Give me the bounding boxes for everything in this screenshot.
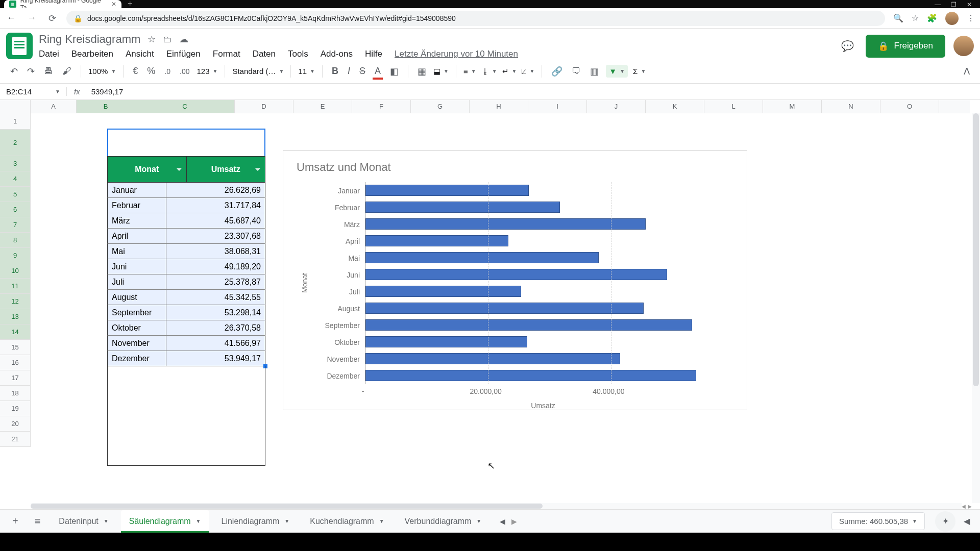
row-header[interactable]: 2 — [0, 130, 30, 156]
cells-area[interactable]: Monat ⏷ Umsatz ⏷ Januar26.628,69Februar3… — [31, 113, 980, 509]
maximize-icon[interactable]: ❐ — [951, 1, 957, 8]
vertical-scrollbar[interactable] — [972, 113, 980, 503]
cell-month[interactable]: Oktober — [108, 320, 166, 335]
menu-data[interactable]: Daten — [253, 49, 276, 59]
table-row[interactable]: Oktober26.370,58 — [107, 320, 265, 336]
column-header[interactable]: M — [763, 100, 822, 113]
column-header[interactable]: D — [235, 100, 293, 113]
cell-value[interactable]: 38.068,31 — [166, 244, 265, 259]
percent-button[interactable]: % — [145, 64, 157, 79]
column-header[interactable]: N — [822, 100, 880, 113]
row-header[interactable]: 3 — [0, 156, 30, 171]
cell-value[interactable]: 53.949,17 — [166, 351, 265, 366]
column-header[interactable]: G — [411, 100, 470, 113]
cell-month[interactable]: Februar — [108, 198, 166, 213]
row-header[interactable]: 1 — [0, 113, 30, 130]
font-size-select[interactable]: 11▼ — [298, 67, 315, 76]
table-row[interactable]: Februar31.717,84 — [107, 198, 265, 213]
cell-month[interactable]: November — [108, 336, 166, 350]
fill-color-button[interactable]: ◧ — [388, 64, 401, 79]
select-all-corner[interactable] — [0, 100, 31, 113]
cell-month[interactable]: April — [108, 229, 166, 243]
cell-month[interactable]: September — [108, 305, 166, 320]
extensions-icon[interactable]: 🧩 — [927, 13, 937, 23]
cell-value[interactable]: 23.307,68 — [166, 229, 265, 243]
chart[interactable]: Umsatz und Monat Monat JanuarFebruarMärz… — [283, 150, 747, 410]
all-sheets-button[interactable]: ≡ — [29, 512, 47, 530]
column-header[interactable]: L — [704, 100, 763, 113]
comments-button[interactable]: 💬 — [837, 36, 857, 56]
row-header[interactable]: 21 — [0, 432, 30, 447]
name-box[interactable]: B2:C14 ▼ — [0, 87, 66, 96]
aggregate-display[interactable]: Summe: 460.505,38▼ — [831, 512, 925, 530]
profile-avatar[interactable] — [945, 12, 959, 25]
row-header[interactable]: 8 — [0, 233, 30, 248]
cell-value[interactable]: 45.342,55 — [166, 290, 265, 305]
sheet-nav[interactable]: ◀▶ — [494, 517, 523, 525]
link-button[interactable]: 🔗 — [549, 64, 565, 79]
menu-edit[interactable]: Bearbeiten — [71, 49, 113, 59]
table-row[interactable]: Juni49.189,20 — [107, 259, 265, 274]
new-tab-button[interactable]: + — [121, 0, 138, 8]
back-button[interactable]: ← — [5, 13, 17, 23]
cell-value[interactable]: 26.628,69 — [166, 183, 265, 197]
row-header[interactable]: 12 — [0, 294, 30, 309]
star-doc-icon[interactable]: ☆ — [148, 34, 156, 45]
cell-value[interactable]: 49.189,20 — [166, 259, 265, 274]
browser-tab[interactable]: ▦ Ring Kreisdiagramm - Google Ta ✕ — [4, 0, 121, 8]
cell-value[interactable]: 25.378,87 — [166, 274, 265, 289]
cloud-status-icon[interactable]: ☁ — [179, 34, 188, 45]
text-color-button[interactable]: A — [373, 64, 383, 79]
header-month[interactable]: Monat ⏷ — [108, 157, 187, 182]
collapse-toolbar-icon[interactable]: ᐱ — [962, 64, 972, 79]
decrease-decimal-button[interactable]: .0 — [162, 65, 173, 78]
table-row[interactable]: Dezember53.949,17 — [107, 351, 265, 366]
cell-month[interactable]: Januar — [108, 183, 166, 197]
number-format-select[interactable]: 123▼ — [197, 67, 217, 76]
cell-month[interactable]: März — [108, 213, 166, 228]
row-header[interactable]: 10 — [0, 263, 30, 279]
share-button[interactable]: 🔒 Freigeben — [866, 35, 945, 58]
cell-month[interactable]: Mai — [108, 244, 166, 259]
table-row[interactable]: März45.687,40 — [107, 213, 265, 229]
undo-button[interactable]: ↶ — [8, 64, 20, 79]
sheet-tab-verbunddiagramm[interactable]: Verbunddiagramm▼ — [397, 512, 490, 531]
italic-button[interactable]: I — [346, 64, 352, 79]
zoom-icon[interactable]: 🔍 — [893, 13, 903, 23]
header-value[interactable]: Umsatz ⏷ — [187, 157, 265, 182]
sheets-logo[interactable] — [6, 33, 33, 59]
horizontal-scrollbar[interactable] — [31, 503, 962, 509]
paint-format-button[interactable]: 🖌 — [60, 64, 74, 79]
strikethrough-button[interactable]: S — [357, 64, 368, 79]
column-header[interactable]: C — [135, 100, 235, 113]
wrap-button[interactable]: ↵▼ — [502, 67, 517, 76]
url-input[interactable]: 🔒 docs.google.com/spreadsheets/d/16sZAG8… — [66, 11, 885, 26]
cell-value[interactable]: 53.298,14 — [166, 305, 265, 320]
side-panel-toggle[interactable]: ◀ — [960, 516, 974, 526]
row-header[interactable]: 4 — [0, 171, 30, 187]
menu-tools[interactable]: Tools — [288, 49, 308, 59]
formula-input[interactable]: 53949,17 — [87, 87, 128, 96]
cell-value[interactable]: 45.687,40 — [166, 213, 265, 228]
table-row[interactable]: November41.566,97 — [107, 336, 265, 351]
row-header[interactable]: 7 — [0, 217, 30, 233]
table-row[interactable]: August45.342,55 — [107, 290, 265, 305]
explore-button[interactable]: ✦ — [935, 511, 955, 532]
table-row[interactable]: Mai38.068,31 — [107, 244, 265, 259]
cell-value[interactable]: 41.566,97 — [166, 336, 265, 350]
menu-view[interactable]: Ansicht — [126, 49, 154, 59]
row-header[interactable]: 6 — [0, 202, 30, 217]
column-header[interactable]: A — [31, 100, 77, 113]
cell-month[interactable]: Dezember — [108, 351, 166, 366]
font-select[interactable]: Standard (…▼ — [232, 67, 283, 76]
last-edit-link[interactable]: Letzte Änderung vor 10 Minuten — [395, 49, 518, 59]
sheet-tab-liniendiagramm[interactable]: Liniendiagramm▼ — [213, 512, 298, 531]
row-header[interactable]: 18 — [0, 386, 30, 401]
filter-icon[interactable]: ⏷ — [176, 166, 182, 173]
table-row[interactable]: Juli25.378,87 — [107, 274, 265, 290]
borders-button[interactable]: ▦ — [415, 64, 428, 79]
row-header[interactable]: 15 — [0, 340, 30, 355]
column-header[interactable]: I — [528, 100, 587, 113]
row-header[interactable]: 16 — [0, 355, 30, 370]
add-sheet-button[interactable]: + — [6, 512, 24, 530]
